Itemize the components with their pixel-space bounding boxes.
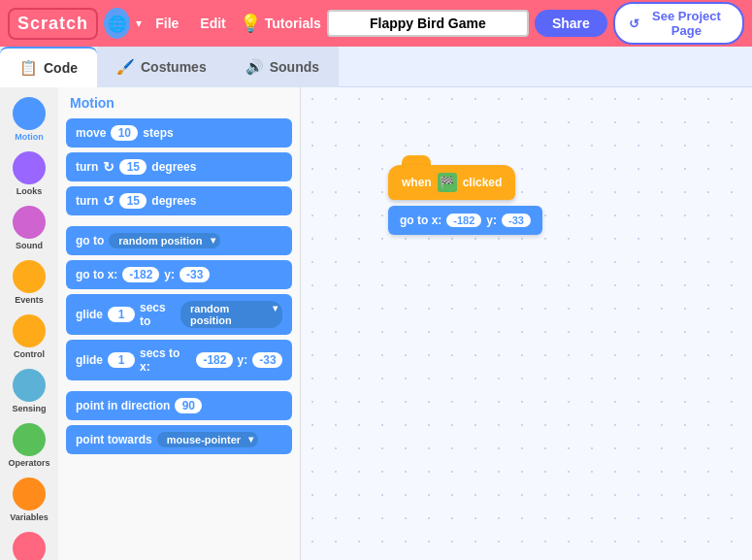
cat-motion-circle bbox=[13, 97, 46, 130]
cat-myblocks[interactable]: My Blocks bbox=[6, 528, 53, 560]
flag-icon: 🏁 bbox=[438, 173, 457, 192]
block-move-val[interactable]: 10 bbox=[111, 125, 138, 141]
share-button[interactable]: Share bbox=[535, 10, 607, 37]
canvas-goto-block[interactable]: go to x: -182 y: -33 bbox=[388, 206, 542, 235]
block-glide-xy[interactable]: glide 1 secs to x: -182 y: -33 bbox=[66, 340, 292, 380]
see-project-label: See Project Page bbox=[644, 9, 729, 38]
block-turn-ccw[interactable]: turn ↺ 15 degrees bbox=[66, 186, 292, 215]
block-glide-y-label: y: bbox=[238, 353, 248, 367]
cat-sensing-circle bbox=[13, 369, 46, 402]
cat-events[interactable]: Events bbox=[11, 256, 48, 309]
block-glide-random-label: glide bbox=[76, 308, 103, 321]
canvas-goto-label: go to x: bbox=[400, 214, 441, 227]
cat-looks-label: Looks bbox=[16, 186, 43, 196]
block-glide-y-val[interactable]: -33 bbox=[252, 352, 282, 368]
cat-events-label: Events bbox=[15, 295, 44, 305]
globe-icon[interactable]: 🌐 bbox=[104, 8, 130, 39]
block-goto-label: go to bbox=[76, 234, 104, 247]
canvas-y-val[interactable]: -33 bbox=[502, 214, 531, 227]
block-turn-cw[interactable]: turn ↻ 15 degrees bbox=[66, 152, 292, 181]
cat-sound[interactable]: Sound bbox=[11, 202, 48, 254]
bulb-icon: 💡 bbox=[240, 13, 261, 34]
block-glide-xy-val[interactable]: 1 bbox=[108, 352, 135, 368]
cat-control[interactable]: Control bbox=[11, 311, 48, 363]
block-turn-ccw-val[interactable]: 15 bbox=[119, 193, 147, 209]
block-turn-ccw-degrees: degrees bbox=[151, 194, 196, 208]
cat-sensing-label: Sensing bbox=[12, 404, 46, 413]
category-sidebar: Motion Looks Sound Events Control Sensin… bbox=[0, 87, 58, 560]
canvas-block-group: when 🏁 clicked go to x: -182 y: -33 bbox=[388, 165, 542, 235]
cat-looks-circle bbox=[13, 151, 46, 184]
block-goto-xy[interactable]: go to x: -182 y: -33 bbox=[66, 260, 292, 289]
edit-menu[interactable]: Edit bbox=[192, 12, 233, 35]
cat-control-label: Control bbox=[14, 349, 45, 359]
code-icon: 📋 bbox=[19, 59, 38, 77]
tutorials-label: Tutorials bbox=[265, 16, 321, 31]
hat-when-label: when bbox=[402, 176, 432, 189]
panel-title: Motion bbox=[66, 95, 292, 111]
cat-sound-circle bbox=[13, 206, 46, 239]
block-glide-xy-secs-label: secs to x: bbox=[140, 346, 191, 374]
refresh-icon: ↺ bbox=[629, 16, 639, 31]
cat-sensing[interactable]: Sensing bbox=[10, 365, 48, 417]
block-glide-random-dropdown[interactable]: random position bbox=[180, 301, 282, 328]
block-goto-dropdown[interactable]: random position bbox=[109, 233, 219, 248]
tab-sounds[interactable]: 🔊 Sounds bbox=[226, 47, 339, 87]
canvas-x-val[interactable]: -182 bbox=[446, 214, 481, 227]
block-goto-y-val[interactable]: -33 bbox=[180, 267, 210, 282]
cat-operators[interactable]: Operators bbox=[6, 419, 51, 472]
scratch-logo[interactable]: Scratch bbox=[8, 8, 98, 40]
block-point-towards-label: point towards bbox=[76, 433, 152, 446]
block-turn-cw-degrees: degrees bbox=[151, 160, 196, 174]
block-move-steps-label: steps bbox=[143, 126, 173, 140]
block-goto-random[interactable]: go to random position bbox=[66, 226, 292, 255]
block-move-label: move bbox=[76, 126, 106, 140]
turn-cw-icon: ↻ bbox=[103, 159, 114, 175]
block-move-steps[interactable]: move 10 steps bbox=[66, 118, 292, 148]
tab-costumes[interactable]: 🖌️ Costumes bbox=[97, 47, 226, 87]
blocks-panel: Motion move 10 steps turn ↻ 15 degrees t… bbox=[58, 87, 301, 560]
cat-variables[interactable]: Variables bbox=[8, 474, 50, 526]
block-goto-x-val[interactable]: -182 bbox=[122, 267, 159, 282]
globe-chevron[interactable]: ▾ bbox=[136, 16, 142, 30]
block-point-dir-label: point in direction bbox=[76, 399, 170, 412]
block-glide-x-val[interactable]: -182 bbox=[196, 352, 232, 368]
block-point-towards-dropdown[interactable]: mouse-pointer bbox=[157, 432, 258, 447]
block-glide-secs-to-label: secs to bbox=[140, 301, 176, 328]
costumes-icon: 🖌️ bbox=[116, 58, 135, 76]
sounds-icon: 🔊 bbox=[245, 58, 264, 76]
main-area: Motion Looks Sound Events Control Sensin… bbox=[0, 87, 752, 560]
cat-operators-circle bbox=[13, 423, 46, 456]
tab-code[interactable]: 📋 Code bbox=[0, 47, 97, 87]
tab-sounds-label: Sounds bbox=[270, 59, 319, 75]
block-goto-y-label: y: bbox=[164, 268, 175, 281]
hat-block-wrapper[interactable]: when 🏁 clicked bbox=[388, 165, 515, 200]
block-point-direction[interactable]: point in direction 90 bbox=[66, 391, 292, 420]
block-goto-xy-label: go to x: bbox=[76, 268, 117, 281]
cat-motion-label: Motion bbox=[15, 132, 44, 142]
tab-code-label: Code bbox=[44, 60, 78, 76]
cat-motion[interactable]: Motion bbox=[11, 93, 48, 146]
block-glide-random-val[interactable]: 1 bbox=[108, 307, 135, 322]
cat-sound-label: Sound bbox=[16, 241, 43, 250]
project-name-input[interactable] bbox=[327, 10, 529, 37]
hat-clicked-label: clicked bbox=[463, 176, 503, 189]
block-point-dir-val[interactable]: 90 bbox=[175, 398, 202, 413]
cat-control-circle bbox=[13, 314, 46, 347]
tutorials-menu[interactable]: 💡 Tutorials bbox=[240, 13, 321, 34]
script-area[interactable]: when 🏁 clicked go to x: -182 y: -33 bbox=[301, 87, 752, 560]
cat-events-circle bbox=[13, 260, 46, 293]
block-glide-random[interactable]: glide 1 secs to random position bbox=[66, 294, 292, 335]
cat-operators-label: Operators bbox=[8, 458, 49, 468]
tab-costumes-label: Costumes bbox=[141, 59, 207, 75]
block-turn-cw-val[interactable]: 15 bbox=[119, 159, 147, 175]
see-project-button[interactable]: ↺ See Project Page bbox=[613, 2, 744, 45]
file-menu[interactable]: File bbox=[147, 12, 186, 35]
hat-block[interactable]: when 🏁 clicked bbox=[388, 165, 515, 200]
block-point-towards[interactable]: point towards mouse-pointer bbox=[66, 425, 292, 454]
block-turn-ccw-label: turn bbox=[76, 194, 98, 208]
cat-myblocks-circle bbox=[13, 532, 46, 560]
cat-looks[interactable]: Looks bbox=[11, 148, 48, 200]
cat-variables-label: Variables bbox=[10, 512, 49, 522]
top-nav: Scratch 🌐 ▾ File Edit 💡 Tutorials Share … bbox=[0, 0, 752, 47]
